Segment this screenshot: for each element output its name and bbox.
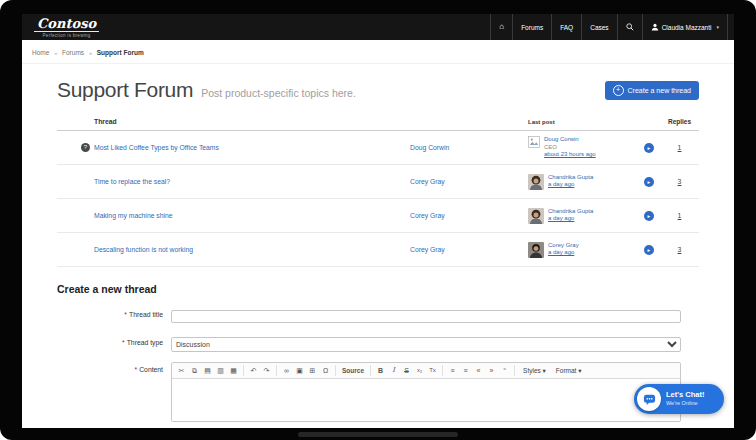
breadcrumb: Home » Forums » Support Forum (22, 40, 734, 64)
outdent-icon[interactable]: « (472, 365, 485, 376)
breadcrumb-home[interactable]: Home (32, 49, 49, 56)
replies-count[interactable]: 3 (678, 246, 682, 253)
table-row: Descaling function is not working Corey … (57, 233, 699, 267)
blockquote-icon[interactable]: “ (498, 365, 511, 376)
nav-faq-label: FAQ (560, 24, 573, 31)
breadcrumb-current: Support Forum (97, 49, 144, 56)
portal-page: Contoso Perfection is brewing ⌂ Forums F… (22, 14, 734, 428)
last-post-time-link[interactable]: a day ago (548, 181, 593, 189)
format-icon[interactable]: Format ▾ (551, 365, 587, 376)
thread-author-link[interactable]: Corey Gray (410, 246, 445, 253)
cut-icon[interactable]: ✂ (175, 365, 188, 376)
last-post-time-link[interactable]: about 23 hours ago (544, 151, 596, 159)
latest-post-button[interactable]: ▸ (644, 177, 654, 187)
last-post-name-link[interactable]: Doug Corwin (544, 136, 596, 144)
nav-user-menu[interactable]: Claudia Mazzanti ▾ (642, 14, 728, 40)
subscript-icon[interactable]: x₂ (413, 365, 426, 376)
numbered-list-icon[interactable]: ≡ (446, 365, 459, 376)
editor-content-area[interactable] (172, 379, 680, 421)
latest-post-button[interactable]: ▸ (644, 211, 654, 221)
replies-count[interactable]: 1 (678, 212, 682, 219)
question-badge-icon: ? (81, 143, 90, 152)
thread-title-link[interactable]: Descaling function is not working (94, 246, 193, 253)
paste-plain-text-icon[interactable]: ▥ (214, 365, 227, 376)
create-thread-button[interactable]: + Create a new thread (605, 81, 699, 100)
chat-status: We're Online (666, 399, 704, 408)
table-row: ? Most Liked Coffee Types by Office Team… (57, 131, 699, 165)
thread-title-link[interactable]: Most Liked Coffee Types by Office Teams (94, 144, 219, 151)
avatar-image (528, 242, 544, 258)
paste-icon[interactable]: ▤ (201, 365, 214, 376)
page-subtitle: Post product-specific topics here. (201, 87, 356, 99)
redo-icon[interactable]: ↷ (260, 365, 273, 376)
replies-count[interactable]: 1 (678, 144, 682, 151)
source-icon[interactable]: Source (339, 365, 367, 376)
latest-post-button[interactable]: ▸ (644, 245, 654, 255)
chat-title: Let's Chat! (666, 390, 704, 399)
header-replies: Replies (660, 118, 699, 125)
brand-tagline: Perfection is brewing (43, 33, 91, 38)
thread-title-link[interactable]: Making my machine shine (94, 212, 173, 219)
indent-icon[interactable]: » (485, 365, 498, 376)
copy-icon[interactable]: ⧉ (188, 365, 201, 376)
nav-search[interactable] (617, 14, 642, 40)
breadcrumb-forums[interactable]: Forums (62, 49, 84, 56)
table-icon[interactable]: ⊞ (306, 365, 319, 376)
page-header: Support Forum Post product-specific topi… (57, 78, 699, 102)
thread-type-select[interactable]: Discussion (171, 337, 681, 352)
paste-from-word-icon[interactable]: ▦ (227, 365, 240, 376)
last-post-time-link[interactable]: a day ago (548, 249, 579, 257)
forum-threads-table: Thread Last post Replies ? Most Liked Co… (57, 114, 699, 267)
thread-author-link[interactable]: Corey Gray (410, 178, 445, 185)
bold-icon[interactable]: B (374, 365, 387, 376)
user-icon (651, 23, 659, 31)
thread-author-link[interactable]: Corey Gray (410, 212, 445, 219)
remove-format-icon[interactable]: Tx (426, 365, 439, 376)
thread-type-label: Thread type (127, 339, 163, 346)
thread-title-input[interactable] (171, 310, 681, 323)
last-post-time-link[interactable]: a day ago (548, 215, 593, 223)
user-name: Claudia Mazzanti (662, 24, 712, 31)
thread-type-row: *Thread type Discussion (57, 333, 699, 352)
thread-title-row: *Thread title (57, 305, 699, 323)
last-post-name-link[interactable]: Chandrika Gupta (548, 208, 593, 216)
image-icon[interactable]: ▣ (293, 365, 306, 376)
bulleted-list-icon[interactable]: ≡ (459, 365, 472, 376)
last-post-name-link[interactable]: Chandrika Gupta (548, 174, 593, 182)
home-icon: ⌂ (499, 23, 504, 31)
table-row: Time to replace the seal? Corey Gray (57, 165, 699, 199)
nav-faq[interactable]: FAQ (551, 14, 581, 40)
nav-cases[interactable]: Cases (581, 14, 616, 40)
search-icon (626, 23, 634, 31)
avatar-image (528, 208, 544, 224)
chat-bubble-icon (643, 393, 656, 406)
breadcrumb-separator: » (54, 50, 57, 56)
brand-name: Contoso (34, 17, 99, 32)
special-character-icon[interactable]: Ω (319, 365, 332, 376)
brand-logo[interactable]: Contoso Perfection is brewing (34, 17, 99, 38)
replies-count[interactable]: 3 (678, 178, 682, 185)
page-title: Support Forum (57, 78, 193, 102)
device-frame: Contoso Perfection is brewing ⌂ Forums F… (0, 0, 756, 440)
latest-post-button[interactable]: ▸ (644, 143, 654, 153)
header-last-post: Last post (528, 119, 638, 125)
required-marker: * (135, 366, 138, 373)
nav-forums[interactable]: Forums (512, 14, 551, 40)
top-navbar: Contoso Perfection is brewing ⌂ Forums F… (22, 14, 734, 40)
undo-icon[interactable]: ↶ (247, 365, 260, 376)
thread-title-link[interactable]: Time to replace the seal? (94, 178, 170, 185)
thread-author-link[interactable]: Doug Corwin (410, 144, 449, 151)
nav-cases-label: Cases (590, 24, 608, 31)
create-thread-button-label: Create a new thread (628, 87, 691, 94)
table-row: Making my machine shine Corey Gray (57, 199, 699, 233)
live-chat-button[interactable]: Let's Chat! We're Online (634, 384, 724, 414)
italic-icon[interactable]: I (387, 365, 400, 376)
strikethrough-icon[interactable]: S (400, 365, 413, 376)
nav-home[interactable]: ⌂ (490, 14, 512, 40)
styles-icon[interactable]: Styles ▾ (518, 365, 551, 376)
thread-title-label: Thread title (129, 311, 163, 318)
last-post-name-link[interactable]: Corey Gray (548, 242, 579, 250)
required-marker: * (122, 339, 125, 346)
nav-links: ⌂ Forums FAQ Cases (490, 14, 728, 40)
link-icon[interactable]: ∞ (280, 365, 293, 376)
